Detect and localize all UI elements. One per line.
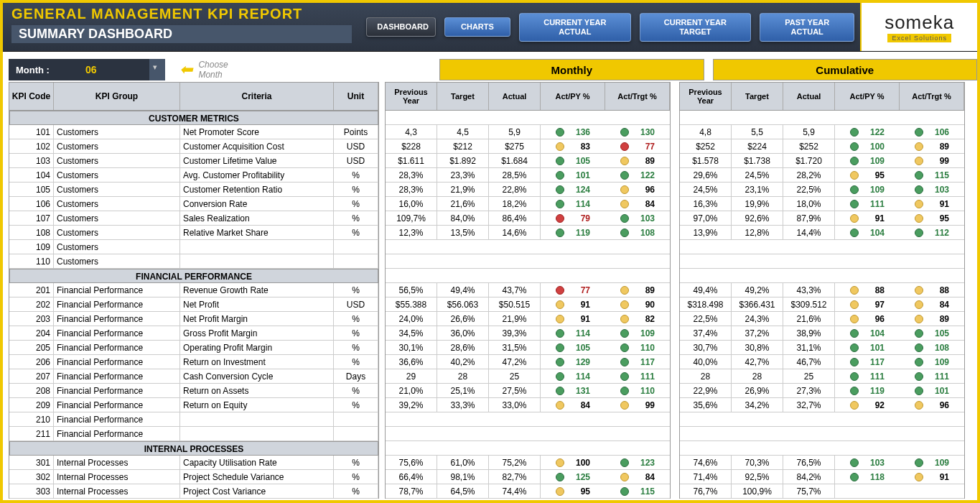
pct-indicator: 91 (835, 213, 900, 223)
pct-indicator: 114 (541, 328, 605, 338)
status-dot-icon (850, 157, 859, 165)
monthly-data-block: Previous Year Target Actual Act/PY % Act… (385, 82, 671, 499)
status-dot-icon (556, 401, 564, 410)
pct-indicator: 96 (605, 185, 670, 195)
data-row: 34,5% 36,0% 39,3% 114109 (386, 326, 670, 341)
status-dot-icon (620, 401, 629, 410)
status-dot-icon (620, 229, 629, 237)
kpi-row: 205 Financial Performance Operating Prof… (9, 341, 378, 355)
status-dot-icon (850, 128, 859, 137)
nav-charts-button[interactable]: CHARTS (444, 17, 510, 37)
pct-indicator: 108 (605, 228, 670, 238)
nav-current-year-target-button[interactable]: CURRENT YEAR TARGET (640, 13, 751, 42)
col-target: Target (732, 83, 783, 110)
month-selector[interactable]: Month : 06 (9, 59, 165, 80)
pct-indicator: 117 (605, 357, 670, 367)
pct-indicator: 105 (541, 343, 605, 353)
kpi-row: 209 Financial Performance Return on Equi… (9, 398, 378, 412)
kpi-row: 106 Customers Conversion Rate % (9, 197, 378, 211)
nav-current-year-actual-button[interactable]: CURRENT YEAR ACTUAL (519, 13, 631, 42)
nav-dashboard-button[interactable]: DASHBOARD (366, 17, 436, 37)
kpi-row: 204 Financial Performance Gross Profit M… (9, 326, 378, 341)
pct-indicator: 129 (541, 357, 605, 367)
status-dot-icon (556, 315, 564, 323)
data-row: 16,0% 21,6% 18,2% 11484 (386, 197, 670, 211)
data-row: 71,4% 92,5% 84,2% 11891 (680, 470, 964, 484)
kpi-row: 301 Internal Processes Capacity Utilisat… (9, 456, 378, 470)
pct-indicator: 91 (900, 199, 964, 209)
pct-indicator: 109 (835, 156, 900, 166)
data-row: 109,7% 84,0% 86,4% 79103 (386, 211, 670, 226)
data-row: $318.498 $366.431 $309.512 9784 (680, 297, 964, 312)
pct-indicator: 88 (900, 285, 964, 295)
pct-indicator: 91 (541, 300, 605, 310)
pct-indicator: 109 (900, 357, 964, 367)
col-act-py-pct: Act/PY % (541, 83, 605, 110)
status-dot-icon (620, 171, 629, 180)
status-dot-icon (620, 315, 629, 323)
col-kpi-code: KPI Code (9, 83, 54, 110)
pct-indicator: 84 (605, 199, 670, 209)
status-dot-icon (915, 229, 923, 237)
kpi-row: 105 Customers Customer Retention Ratio % (9, 183, 378, 197)
status-dot-icon (915, 315, 923, 323)
arrow-left-icon: ⬅ (179, 60, 192, 79)
status-dot-icon (620, 387, 629, 395)
data-row: 24,0% 26,6% 21,9% 9182 (386, 312, 670, 326)
status-dot-icon (556, 473, 564, 481)
data-row: 29,6% 24,5% 28,2% 95115 (680, 168, 964, 183)
status-dot-icon (620, 487, 629, 496)
kpi-row: 302 Internal Processes Project Schedule … (9, 470, 378, 484)
group-header: CUSTOMER METRICS (9, 111, 378, 125)
data-row: 36,6% 40,2% 47,2% 129117 (386, 355, 670, 369)
status-dot-icon (915, 343, 923, 352)
pct-indicator: 101 (900, 386, 964, 396)
kpi-row: 107 Customers Sales Realization % (9, 211, 378, 226)
pct-indicator: 95 (900, 213, 964, 223)
status-dot-icon (556, 343, 564, 352)
pct-indicator: 88 (835, 285, 900, 295)
pct-indicator: 109 (605, 328, 670, 338)
status-dot-icon (850, 401, 859, 410)
data-row: 4,8 5,5 5,9 122106 (680, 125, 964, 139)
pct-indicator: 109 (900, 458, 964, 468)
pct-indicator: 95 (835, 170, 900, 180)
nav-past-year-actual-button[interactable]: PAST YEAR ACTUAL (760, 13, 854, 42)
kpi-row: 109 Customers (9, 240, 378, 254)
pct-indicator: 105 (900, 328, 964, 338)
status-dot-icon (556, 358, 564, 366)
pct-indicator: 103 (900, 185, 964, 195)
data-row: $252 $224 $252 10089 (680, 139, 964, 154)
status-dot-icon (850, 214, 859, 223)
status-dot-icon (620, 473, 629, 481)
status-dot-icon (850, 171, 859, 180)
status-dot-icon (620, 214, 629, 223)
pct-indicator: 115 (605, 486, 670, 497)
kpi-row: 211 Financial Performance (9, 427, 378, 441)
chevron-down-icon[interactable] (149, 59, 165, 80)
data-row: $55.388 $56.063 $50.515 9190 (386, 297, 670, 312)
month-value: 06 (85, 64, 97, 75)
status-dot-icon (556, 200, 564, 208)
status-dot-icon (556, 458, 564, 467)
pct-indicator: 124 (541, 185, 605, 195)
status-dot-icon (915, 458, 923, 467)
choose-month-hint: ⬅ Choose Month (179, 59, 248, 80)
data-row: 28,3% 23,3% 28,5% 101122 (386, 168, 670, 183)
monthly-header: Monthly (439, 59, 704, 80)
pct-indicator: 114 (541, 199, 605, 209)
col-act-trgt-pct: Act/Trgt % (900, 83, 964, 110)
pct-indicator: 101 (835, 343, 900, 353)
status-dot-icon (850, 142, 859, 151)
pct-indicator: 111 (835, 199, 900, 209)
status-dot-icon (620, 358, 629, 366)
logo-text: someka (885, 11, 954, 34)
data-row: 40,0% 42,7% 46,7% 117109 (680, 355, 964, 369)
pct-indicator: 103 (605, 213, 670, 223)
pct-indicator: 117 (835, 357, 900, 367)
status-dot-icon (620, 128, 629, 137)
group-header: INTERNAL PROCESSES (9, 441, 378, 456)
pct-indicator: 82 (605, 314, 670, 324)
app-header: GENERAL MANAGEMENT KPI REPORT SUMMARY DA… (3, 3, 977, 52)
pct-indicator: 110 (605, 386, 670, 396)
